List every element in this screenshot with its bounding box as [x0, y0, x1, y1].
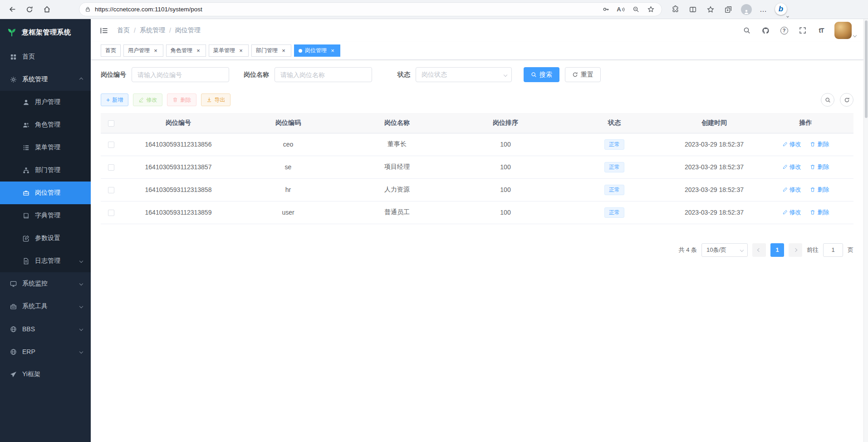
- browser-home-button[interactable]: [40, 3, 54, 16]
- bing-chat-button[interactable]: b: [775, 3, 787, 15]
- row-checkbox[interactable]: [108, 187, 114, 193]
- tags-view-bar: 首页 用户管理 × 角色管理 × 菜单管理 × 部门管理 × 岗位管理 ×: [91, 42, 863, 60]
- font-size-icon[interactable]: tT: [816, 25, 827, 36]
- page-number-1[interactable]: 1: [770, 243, 784, 257]
- row-delete-link[interactable]: 删除: [810, 163, 829, 171]
- sidebar-item-erp[interactable]: ERP: [0, 340, 91, 363]
- tab-dept[interactable]: 部门管理 ×: [251, 44, 291, 57]
- cell-created: 2023-03-29 18:52:37: [671, 178, 758, 201]
- sidebar-item-dict[interactable]: 字典管理: [0, 204, 91, 227]
- select-all-checkbox[interactable]: [108, 120, 114, 127]
- sidebar-item-menu[interactable]: 菜单管理: [0, 136, 91, 159]
- table-row[interactable]: 1641030593112313857 se 项目经理 100 正常 2023-…: [101, 156, 853, 178]
- sidebar-item-home[interactable]: 首页: [0, 45, 91, 68]
- split-screen-icon[interactable]: [688, 5, 698, 15]
- favorites-bar-star-icon[interactable]: [706, 5, 716, 15]
- sidebar-toggle-icon[interactable]: [98, 25, 110, 36]
- page-size-select[interactable]: 10条/页: [701, 243, 748, 257]
- row-edit-link[interactable]: 修改: [782, 208, 801, 216]
- read-aloud-button[interactable]: A: [615, 4, 626, 15]
- tab-label: 角色管理: [171, 47, 192, 54]
- row-edit-link[interactable]: 修改: [782, 186, 801, 194]
- breadcrumb-system[interactable]: 系统管理: [140, 26, 165, 34]
- help-icon[interactable]: ?: [779, 25, 790, 36]
- browser-profile-avatar[interactable]: [741, 4, 752, 15]
- address-bar[interactable]: https://ccnetcore.com:1101/system/post A: [79, 2, 662, 16]
- cell-post-name: 董事长: [341, 133, 453, 156]
- row-delete-link[interactable]: 删除: [810, 186, 829, 194]
- row-checkbox[interactable]: [108, 142, 114, 148]
- row-delete-link[interactable]: 删除: [810, 140, 829, 148]
- plus-icon: +: [106, 97, 110, 103]
- table-row[interactable]: 1641030593112313858 hr 人力资源 100 正常 2023-…: [101, 178, 853, 201]
- status-select[interactable]: 岗位状态: [416, 67, 512, 82]
- sidebar-item-system[interactable]: 系统管理: [0, 68, 91, 91]
- row-edit-link[interactable]: 修改: [782, 140, 801, 148]
- add-favorite-star-icon[interactable]: [645, 4, 656, 15]
- row-checkbox[interactable]: [108, 164, 114, 171]
- toggle-search-button[interactable]: [821, 93, 834, 107]
- extensions-puzzle-icon[interactable]: [670, 5, 680, 15]
- refresh-table-button[interactable]: [840, 93, 853, 107]
- table-row[interactable]: 1641030593112313856 ceo 董事长 100 正常 2023-…: [101, 133, 853, 156]
- user-avatar-dropdown[interactable]: [834, 22, 856, 39]
- add-button[interactable]: + 新增: [101, 93, 128, 106]
- tab-home[interactable]: 首页: [101, 44, 121, 57]
- close-icon[interactable]: ×: [238, 48, 244, 54]
- page-scrollbar[interactable]: [863, 19, 868, 442]
- post-name-input[interactable]: [275, 67, 372, 82]
- sidebar-item-yi-framework[interactable]: Yi框架: [0, 363, 91, 386]
- chevron-down-icon: [740, 248, 744, 251]
- sidebar-item-tools[interactable]: 系统工具: [0, 295, 91, 318]
- header-search-icon[interactable]: [741, 25, 752, 36]
- post-code-input[interactable]: [132, 67, 229, 82]
- delete-button[interactable]: 删除: [167, 93, 196, 106]
- sidebar-item-post[interactable]: 岗位管理: [0, 182, 91, 204]
- close-icon[interactable]: ×: [152, 48, 159, 54]
- tab-role[interactable]: 角色管理 ×: [166, 44, 206, 57]
- reset-button[interactable]: 重置: [565, 67, 601, 82]
- fullscreen-icon[interactable]: [797, 25, 808, 36]
- header-post-code: 岗位编码: [235, 113, 341, 133]
- edit-button[interactable]: 修改: [133, 93, 162, 106]
- breadcrumb-home[interactable]: 首页: [117, 26, 130, 34]
- tab-menu[interactable]: 菜单管理 ×: [209, 44, 249, 57]
- sidebar-item-label: 系统管理: [22, 75, 48, 83]
- sidebar-item-param[interactable]: 参数设置: [0, 227, 91, 250]
- sidebar-item-dept[interactable]: 部门管理: [0, 159, 91, 182]
- browser-back-button[interactable]: [5, 3, 19, 16]
- sidebar-item-user[interactable]: 用户管理: [0, 91, 91, 113]
- scrollbar-thumb[interactable]: [865, 20, 868, 118]
- sidebar-item-role[interactable]: 角色管理: [0, 113, 91, 136]
- header-actions: 操作: [758, 113, 853, 133]
- github-icon[interactable]: [760, 25, 771, 36]
- cell-post-id: 1641030593112313856: [122, 133, 235, 156]
- close-icon[interactable]: ×: [329, 48, 336, 54]
- next-page-button[interactable]: [789, 243, 802, 257]
- browser-settings-more-icon[interactable]: …: [760, 5, 767, 14]
- browser-refresh-button[interactable]: [23, 3, 36, 16]
- search-button[interactable]: 搜索: [524, 67, 559, 82]
- globe-icon: [9, 326, 17, 333]
- close-icon[interactable]: ×: [195, 48, 201, 54]
- table-row[interactable]: 1641030593112313859 user 普通员工 100 正常 202…: [101, 201, 853, 224]
- password-key-icon[interactable]: [600, 4, 611, 15]
- tab-user[interactable]: 用户管理 ×: [123, 44, 163, 57]
- row-edit-link[interactable]: 修改: [782, 163, 801, 171]
- row-checkbox[interactable]: [108, 210, 114, 216]
- row-edit-label: 修改: [790, 186, 801, 194]
- cell-created: 2023-03-29 18:52:37: [671, 201, 758, 224]
- collections-icon[interactable]: [723, 5, 733, 15]
- close-icon[interactable]: ×: [280, 48, 287, 54]
- breadcrumb-separator: /: [169, 27, 171, 34]
- sidebar-item-bbs[interactable]: BBS: [0, 318, 91, 340]
- sidebar-item-monitor[interactable]: 系统监控: [0, 272, 91, 295]
- export-button[interactable]: 导出: [201, 93, 230, 106]
- tab-post[interactable]: 岗位管理 ×: [294, 44, 340, 57]
- row-delete-link[interactable]: 删除: [810, 208, 829, 216]
- goto-page-input[interactable]: [823, 243, 843, 257]
- post-code-group: 岗位编号: [101, 67, 229, 82]
- prev-page-button[interactable]: [752, 243, 766, 257]
- zoom-out-icon[interactable]: [630, 4, 641, 15]
- sidebar-item-log[interactable]: 日志管理: [0, 250, 91, 272]
